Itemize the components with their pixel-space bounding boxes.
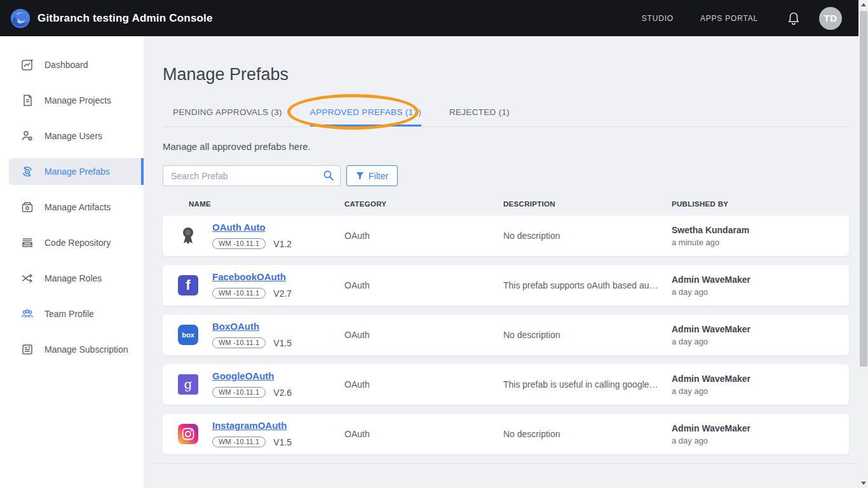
wm-version-badge: WM -10.11.1 — [212, 387, 266, 398]
filter-funnel-icon — [356, 172, 364, 180]
prefab-category: OAuth — [344, 280, 503, 290]
sidebar-item-manage-roles[interactable]: Manage Roles — [9, 265, 144, 292]
box-icon: box — [178, 325, 198, 345]
sidebar-item-label: Manage Subscription — [44, 344, 128, 355]
published-by-name: Admin WaveMaker — [672, 423, 849, 433]
prefab-version: V2.7 — [273, 289, 292, 298]
prefab-version: V1.5 — [273, 438, 292, 447]
filter-button[interactable]: Filter — [346, 165, 398, 186]
sidebar-item-label: Dashboard — [44, 60, 88, 70]
sidebar-item-label: Manage Users — [44, 131, 102, 141]
column-header-published-by: PUBLISHED BY — [672, 200, 849, 208]
table-header: NAME CATEGORY DESCRIPTION PUBLISHED BY — [163, 186, 849, 215]
projects-icon — [20, 93, 34, 107]
section-subtitle: Manage all approved prefabs here. — [163, 141, 849, 152]
wm-version-badge: WM -10.11.1 — [212, 288, 266, 299]
sidebar-item-manage-prefabs[interactable]: Manage Prefabs — [9, 158, 144, 185]
published-time: a day ago — [672, 436, 849, 445]
prefab-name-link[interactable]: GoogleOAuth — [212, 371, 275, 381]
prefab-name-link[interactable]: BoxOAuth — [212, 322, 259, 331]
sidebar-item-label: Manage Artifacts — [44, 202, 111, 212]
code-repository-icon — [20, 236, 34, 250]
main-content: Manage Prefabs PENDING APPROVALS (3) APP… — [144, 36, 868, 488]
subscription-icon — [20, 342, 34, 356]
published-time: a minute ago — [672, 238, 849, 247]
page-title: Manage Prefabs — [163, 65, 849, 85]
team-profile-icon — [20, 307, 34, 321]
tab-pending-approvals[interactable]: PENDING APPROVALS (3) — [173, 101, 282, 126]
wavemaker-logo-icon — [10, 8, 31, 29]
sidebar-item-manage-projects[interactable]: Manage Projects — [9, 87, 144, 114]
scrollbar-thumb[interactable] — [860, 11, 867, 367]
top-header: Gitbranch testing Admin Console STUDIO A… — [0, 0, 858, 36]
notification-bell-icon[interactable] — [787, 11, 800, 25]
prefabs-icon — [20, 165, 34, 179]
sidebar-item-manage-artifacts[interactable]: Manage Artifacts — [9, 194, 144, 220]
sidebar-item-label: Manage Projects — [44, 95, 111, 105]
instagram-icon — [178, 424, 198, 444]
prefab-name-link[interactable]: InstagramOAuth — [212, 421, 287, 430]
prefab-category: OAuth — [344, 330, 503, 340]
facebook-icon: f — [178, 275, 198, 295]
search-input[interactable] — [163, 165, 341, 186]
sidebar-item-label: Code Repository — [44, 238, 111, 248]
prefab-name-link[interactable]: OAuth Auto — [212, 222, 266, 232]
prefab-version: V1.2 — [273, 240, 292, 248]
dashboard-icon — [20, 58, 34, 72]
table-row: box BoxOAuth WM -10.11.1 V1.5 OAuth No d… — [163, 315, 849, 355]
published-time: a day ago — [672, 287, 849, 297]
tab-rejected[interactable]: REJECTED (1) — [449, 101, 510, 126]
google-icon: g — [178, 374, 198, 395]
studio-link[interactable]: STUDIO — [642, 14, 674, 23]
prefab-category: OAuth — [344, 231, 503, 241]
prefab-category: OAuth — [344, 379, 503, 390]
column-header-description: DESCRIPTION — [503, 200, 672, 208]
bottom-divider — [154, 463, 858, 464]
prefab-name-link[interactable]: FacebookOAuth — [212, 272, 286, 281]
scrollbar-up-arrow[interactable] — [858, 0, 868, 10]
published-by-name: Admin WaveMaker — [672, 374, 849, 384]
prefab-version: V1.5 — [273, 339, 292, 348]
app-title: Gitbranch testing Admin Console — [37, 12, 213, 25]
tab-approved-prefabs[interactable]: APPROVED PREFABS (17) — [310, 101, 421, 126]
sidebar-item-team-profile[interactable]: Team Profile — [9, 301, 144, 327]
tab-bar: PENDING APPROVALS (3) APPROVED PREFABS (… — [163, 101, 849, 127]
filter-button-label: Filter — [369, 171, 388, 181]
published-by-name: Admin WaveMaker — [672, 274, 849, 285]
users-icon — [20, 129, 34, 143]
sidebar: Dashboard Manage Projects Manage Users M… — [0, 36, 144, 488]
page-scrollbar[interactable] — [858, 0, 868, 488]
artifacts-icon — [20, 200, 34, 214]
published-time: a day ago — [672, 386, 849, 396]
table-row: g GoogleOAuth WM -10.11.1 V2.6 OAuth Thi… — [163, 364, 849, 405]
wm-version-badge: WM -10.11.1 — [212, 238, 266, 249]
published-by-name: Swetha Kundaram — [672, 225, 849, 235]
published-time: a day ago — [672, 337, 849, 346]
wm-version-badge: WM -10.11.1 — [212, 437, 266, 447]
scrollbar-down-arrow[interactable] — [858, 478, 868, 488]
sidebar-item-dashboard[interactable]: Dashboard — [9, 51, 144, 78]
prefab-description: No description — [503, 429, 672, 439]
sidebar-item-label: Team Profile — [44, 309, 94, 319]
column-header-category: CATEGORY — [344, 200, 503, 208]
sidebar-item-manage-users[interactable]: Manage Users — [9, 123, 144, 149]
sidebar-item-manage-subscription[interactable]: Manage Subscription — [9, 336, 144, 363]
roles-icon — [20, 271, 34, 285]
prefab-description: This prefab is useful in calling google … — [503, 379, 672, 390]
column-header-name: NAME — [189, 200, 344, 208]
prefab-description: No description — [503, 231, 672, 241]
apps-portal-link[interactable]: APPS PORTAL — [700, 14, 758, 23]
sidebar-item-label: Manage Roles — [44, 273, 102, 283]
toolbar: Filter — [163, 165, 849, 186]
table-row: InstagramOAuth WM -10.11.1 V1.5 OAuth No… — [163, 414, 849, 454]
prefab-category: OAuth — [344, 429, 503, 439]
search-icon[interactable] — [323, 170, 334, 181]
table-row: f FacebookOAuth WM -10.11.1 V2.7 OAuth T… — [163, 265, 849, 306]
table-row: OAuth Auto WM -10.11.1 V1.2 OAuth No des… — [163, 215, 849, 256]
prefab-description: This prefab supports oAuth based authent… — [503, 280, 672, 290]
published-by-name: Admin WaveMaker — [672, 324, 849, 334]
sidebar-item-label: Manage Prefabs — [44, 166, 110, 177]
prefab-version: V2.6 — [273, 388, 292, 397]
user-avatar[interactable]: TD — [819, 7, 842, 30]
sidebar-item-code-repository[interactable]: Code Repository — [9, 229, 144, 256]
